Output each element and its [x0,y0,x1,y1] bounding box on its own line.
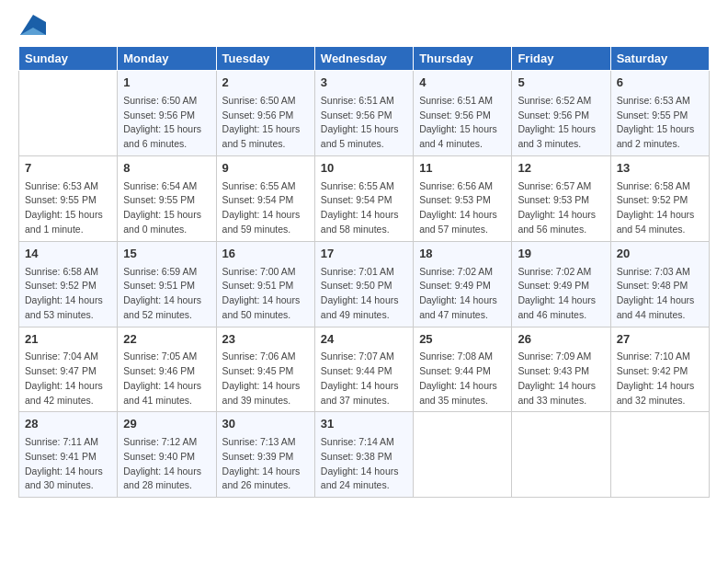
calendar-cell [610,412,709,498]
calendar-cell [19,71,118,156]
cell-info: Sunrise: 7:04 AMSunset: 9:47 PMDaylight:… [25,350,111,408]
day-number: 24 [321,331,407,349]
cell-info: Sunrise: 7:00 AMSunset: 9:51 PMDaylight:… [222,265,309,323]
cell-info: Sunrise: 7:13 AMSunset: 9:39 PMDaylight:… [222,435,309,493]
week-row-1: 1Sunrise: 6:50 AMSunset: 9:56 PMDaylight… [19,71,710,156]
cell-info: Sunrise: 7:08 AMSunset: 9:44 PMDaylight:… [419,350,506,408]
calendar-cell: 15Sunrise: 6:59 AMSunset: 9:51 PMDayligh… [118,241,216,327]
cell-info: Sunrise: 6:53 AMSunset: 9:55 PMDaylight:… [25,179,111,237]
calendar-cell: 2Sunrise: 6:50 AMSunset: 9:56 PMDaylight… [216,71,314,156]
calendar-cell: 6Sunrise: 6:53 AMSunset: 9:55 PMDaylight… [610,71,709,156]
day-number: 9 [222,160,309,178]
week-row-3: 14Sunrise: 6:58 AMSunset: 9:52 PMDayligh… [19,241,710,327]
calendar-cell: 25Sunrise: 7:08 AMSunset: 9:44 PMDayligh… [414,327,512,412]
header-wednesday: Wednesday [314,47,413,71]
cell-info: Sunrise: 6:56 AMSunset: 9:53 PMDaylight:… [419,179,506,237]
cell-info: Sunrise: 6:58 AMSunset: 9:52 PMDaylight:… [617,179,703,237]
day-number: 25 [419,331,506,349]
header-tuesday: Tuesday [216,47,314,71]
cell-info: Sunrise: 7:12 AMSunset: 9:40 PMDaylight:… [123,435,210,493]
calendar-cell: 11Sunrise: 6:56 AMSunset: 9:53 PMDayligh… [414,155,512,241]
day-number: 18 [419,246,506,263]
day-number: 13 [617,160,703,178]
cell-info: Sunrise: 7:01 AMSunset: 9:50 PMDaylight:… [321,265,407,323]
day-number: 2 [222,75,309,92]
week-row-2: 7Sunrise: 6:53 AMSunset: 9:55 PMDaylight… [19,155,710,241]
calendar-cell: 22Sunrise: 7:05 AMSunset: 9:46 PMDayligh… [118,327,216,412]
week-row-4: 21Sunrise: 7:04 AMSunset: 9:47 PMDayligh… [19,327,710,412]
calendar-cell: 27Sunrise: 7:10 AMSunset: 9:42 PMDayligh… [610,327,709,412]
calendar-cell: 1Sunrise: 6:50 AMSunset: 9:56 PMDaylight… [118,71,216,156]
day-number: 28 [25,416,111,433]
cell-info: Sunrise: 6:50 AMSunset: 9:56 PMDaylight:… [123,94,210,152]
calendar-cell: 23Sunrise: 7:06 AMSunset: 9:45 PMDayligh… [216,327,314,412]
cell-info: Sunrise: 7:09 AMSunset: 9:43 PMDaylight:… [518,350,604,408]
cell-info: Sunrise: 6:55 AMSunset: 9:54 PMDaylight:… [222,179,309,237]
day-number: 1 [123,75,210,92]
day-number: 27 [617,331,703,349]
calendar-cell: 16Sunrise: 7:00 AMSunset: 9:51 PMDayligh… [216,241,314,327]
day-number: 17 [321,246,407,263]
logo-general [18,15,46,39]
cell-info: Sunrise: 6:51 AMSunset: 9:56 PMDaylight:… [419,94,506,152]
calendar-cell: 29Sunrise: 7:12 AMSunset: 9:40 PMDayligh… [118,412,216,498]
calendar-cell: 8Sunrise: 6:54 AMSunset: 9:55 PMDaylight… [118,155,216,241]
cell-info: Sunrise: 7:10 AMSunset: 9:42 PMDaylight:… [617,350,703,408]
cell-info: Sunrise: 6:59 AMSunset: 9:51 PMDaylight:… [123,265,210,323]
calendar-header-row: SundayMondayTuesdayWednesdayThursdayFrid… [19,47,710,71]
day-number: 30 [222,416,309,433]
calendar-cell [414,412,512,498]
day-number: 16 [222,246,309,263]
calendar-cell: 13Sunrise: 6:58 AMSunset: 9:52 PMDayligh… [610,155,709,241]
header-saturday: Saturday [610,47,709,71]
cell-info: Sunrise: 6:55 AMSunset: 9:54 PMDaylight:… [321,179,407,237]
cell-info: Sunrise: 7:11 AMSunset: 9:41 PMDaylight:… [25,435,111,493]
calendar-cell: 31Sunrise: 7:14 AMSunset: 9:38 PMDayligh… [314,412,413,498]
cell-info: Sunrise: 7:07 AMSunset: 9:44 PMDaylight:… [321,350,407,408]
calendar-cell: 9Sunrise: 6:55 AMSunset: 9:54 PMDaylight… [216,155,314,241]
day-number: 12 [518,160,604,178]
calendar-cell: 3Sunrise: 6:51 AMSunset: 9:56 PMDaylight… [314,71,413,156]
day-number: 4 [419,75,506,92]
header-sunday: Sunday [19,47,118,71]
page-header [18,15,710,39]
day-number: 26 [518,331,604,349]
calendar-cell: 10Sunrise: 6:55 AMSunset: 9:54 PMDayligh… [314,155,413,241]
day-number: 5 [518,75,604,92]
cell-info: Sunrise: 6:52 AMSunset: 9:56 PMDaylight:… [518,94,604,152]
calendar-cell: 24Sunrise: 7:07 AMSunset: 9:44 PMDayligh… [314,327,413,412]
day-number: 8 [123,160,210,178]
calendar-cell: 7Sunrise: 6:53 AMSunset: 9:55 PMDaylight… [19,155,118,241]
cell-info: Sunrise: 6:57 AMSunset: 9:53 PMDaylight:… [518,179,604,237]
cell-info: Sunrise: 7:03 AMSunset: 9:48 PMDaylight:… [617,265,703,323]
day-number: 6 [617,75,703,92]
day-number: 15 [123,246,210,263]
calendar-cell: 28Sunrise: 7:11 AMSunset: 9:41 PMDayligh… [19,412,118,498]
calendar-table: SundayMondayTuesdayWednesdayThursdayFrid… [18,46,710,498]
day-number: 21 [25,331,111,349]
header-monday: Monday [118,47,216,71]
cell-info: Sunrise: 6:53 AMSunset: 9:55 PMDaylight:… [617,94,703,152]
day-number: 10 [321,160,407,178]
calendar-cell: 26Sunrise: 7:09 AMSunset: 9:43 PMDayligh… [512,327,610,412]
cell-info: Sunrise: 6:58 AMSunset: 9:52 PMDaylight:… [25,265,111,323]
day-number: 11 [419,160,506,178]
calendar-cell: 5Sunrise: 6:52 AMSunset: 9:56 PMDaylight… [512,71,610,156]
day-number: 14 [25,246,111,263]
day-number: 31 [321,416,407,433]
calendar-cell: 17Sunrise: 7:01 AMSunset: 9:50 PMDayligh… [314,241,413,327]
cell-info: Sunrise: 7:02 AMSunset: 9:49 PMDaylight:… [518,265,604,323]
calendar-cell: 4Sunrise: 6:51 AMSunset: 9:56 PMDaylight… [414,71,512,156]
cell-info: Sunrise: 7:02 AMSunset: 9:49 PMDaylight:… [419,265,506,323]
logo-icon [20,15,46,35]
cell-info: Sunrise: 7:14 AMSunset: 9:38 PMDaylight:… [321,435,407,493]
calendar-cell: 21Sunrise: 7:04 AMSunset: 9:47 PMDayligh… [19,327,118,412]
calendar-cell: 19Sunrise: 7:02 AMSunset: 9:49 PMDayligh… [512,241,610,327]
header-friday: Friday [512,47,610,71]
calendar-cell: 20Sunrise: 7:03 AMSunset: 9:48 PMDayligh… [610,241,709,327]
day-number: 23 [222,331,309,349]
day-number: 20 [617,246,703,263]
calendar-cell [512,412,610,498]
week-row-5: 28Sunrise: 7:11 AMSunset: 9:41 PMDayligh… [19,412,710,498]
cell-info: Sunrise: 7:05 AMSunset: 9:46 PMDaylight:… [123,350,210,408]
